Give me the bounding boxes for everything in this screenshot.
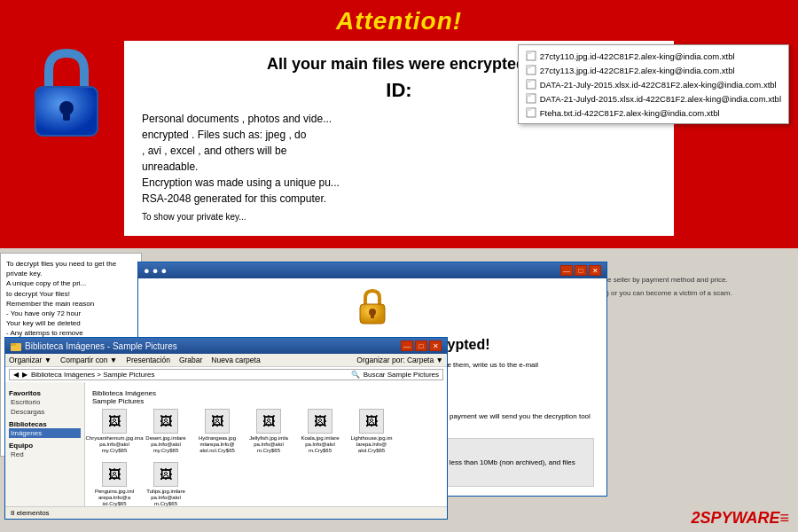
nav-forward-btn[interactable]: ▶ (22, 371, 27, 379)
explorer-close-btn[interactable]: ✕ (429, 340, 442, 351)
desert-label: Desert.jpg.imlarepa.lnfo@alolmy.Cry$65 (145, 435, 185, 455)
spyware-brand: SPYWARE (700, 509, 779, 527)
body-text: Personal documents , photos and vide... … (142, 111, 656, 207)
spyware-prefix: 2 (691, 509, 700, 527)
explorer-status-bar: 8 elementos (5, 506, 447, 519)
jellyfish-label: Jellyfish.jpg.imlapa.lnfo@alolm.Cry$65 (249, 435, 288, 455)
file-list-popup: 27cty110.jpg.id-422C81F2.alex-king@india… (518, 44, 789, 124)
tulips-icon: 🖼 (153, 462, 178, 487)
file-item-5: Fteha.txt.id-422C81F2.alex-king@india.co… (526, 106, 781, 120)
decrypt-lock-icon (355, 287, 390, 326)
file-name-3: DATA-21-July-2015.xlsx.id-422C81F2.alex-… (540, 80, 777, 90)
file-name-4: DATA-21-Julyd-2015.xlsx.id-422C81F2.alex… (540, 94, 781, 104)
svg-rect-4 (527, 51, 531, 54)
lighthouse-icon: 🖼 (359, 409, 384, 434)
file-count: 8 elementos (11, 509, 50, 517)
toolbar-share[interactable]: Compartir con ▼ (60, 356, 117, 364)
file-icon-3 (526, 79, 536, 90)
toolbar-burn[interactable]: Grabar (179, 356, 202, 364)
nav-red[interactable]: Red (9, 450, 81, 459)
file-name-2: 27cty113.jpg.id-422C81F2.alex-king@india… (540, 66, 735, 75)
tulips-label: Tulips.jpg.imlarepa.lnfo@alolm.Cry$65 (146, 489, 184, 508)
svg-rect-17 (11, 343, 16, 346)
penguins-label: Penguins.jpg.imlarepa.lnfo@aiol.Cry$65 (95, 489, 134, 508)
svg-rect-15 (371, 312, 374, 318)
file-tulips[interactable]: 🖼 Tulips.jpg.imlarepa.lnfo@alolm.Cry$65 (144, 462, 188, 508)
toolbar-presentation[interactable]: Presentación (126, 356, 170, 364)
file-icon-5 (526, 107, 536, 118)
main-ransomware-window: Attention! All your main files were encr… (0, 0, 798, 532)
explorer-content: Favoritos Escritorio Descargas Bibliotec… (5, 382, 447, 506)
svg-rect-6 (527, 66, 531, 68)
maximize-btn[interactable]: □ (575, 265, 587, 276)
svg-rect-10 (527, 94, 531, 97)
koala-icon: 🖼 (308, 409, 332, 434)
bottom-text-line1: ct the seller by payment method and pric… (594, 275, 789, 285)
favorites-section: Favoritos (9, 389, 81, 397)
explorer-title-text: Biblioteca Imágenes - Sample Pictures (25, 341, 399, 351)
folder-icon (11, 340, 21, 351)
address-search[interactable]: Buscar Sample Pictures (364, 371, 439, 379)
attention-header: Attention! (0, 0, 798, 41)
desert-icon: 🖼 (153, 409, 178, 434)
equipo-section: Equipo (9, 442, 81, 450)
file-item-4: DATA-21-Julyd-2015.xlsx.id-422C81F2.alex… (526, 91, 781, 106)
file-name-1: 27cty110.jpg.id-422C81F2.alex-king@india… (540, 51, 735, 61)
toolbar-organize[interactable]: Organizar ▼ (9, 356, 51, 364)
decrypt-window-title: ● ● ● (144, 265, 559, 276)
hydrangeas-label: Hydrangeas.jpgmlarepa.lnfo@alol.ncl.Cry$… (199, 435, 236, 455)
file-icon-2 (526, 65, 536, 75)
attention-text: Attention! (336, 7, 462, 35)
file-hydrangeas[interactable]: 🖼 Hydrangeas.jpgmlarepa.lnfo@alol.ncl.Cr… (195, 409, 239, 455)
chrysanthemum-icon: 🖼 (102, 409, 127, 434)
address-text[interactable]: Biblioteca Imágenes > Sample Pictures (31, 371, 348, 379)
files-grid: 🖼 Chrysanthemum.jpg.imapa.lnfo@alolmy.Cr… (92, 409, 440, 507)
jellyfish-icon: 🖼 (256, 409, 281, 434)
close-btn[interactable]: ✕ (589, 265, 601, 276)
file-penguins[interactable]: 🖼 Penguins.jpg.imlarepa.lnfo@aiol.Cry$65 (92, 462, 137, 508)
file-icon-1 (526, 51, 536, 61)
show-key-text: To show your private key... (142, 210, 656, 223)
nav-descargas[interactable]: Descargas (9, 407, 81, 417)
lock-icon-left (13, 35, 120, 151)
lighthouse-label: Lighthouse.jpg.imlarepa.lnfo@alol.Cry$65 (350, 435, 392, 455)
search-icon[interactable]: 🔍 (351, 371, 360, 379)
nav-imagenes[interactable]: Imágenes (9, 428, 81, 438)
minimize-btn[interactable]: — (560, 265, 573, 276)
file-jellyfish[interactable]: 🖼 Jellyfish.jpg.imlapa.lnfo@alolm.Cry$65 (246, 409, 291, 455)
encryption-label: Encryption (142, 176, 192, 189)
file-chrysanthemum[interactable]: 🖼 Chrysanthemum.jpg.imapa.lnfo@alolmy.Cr… (92, 409, 137, 455)
sidebar-nav: Favoritos Escritorio Descargas Bibliotec… (5, 382, 85, 506)
hydrangeas-icon: 🖼 (205, 409, 230, 434)
file-item-2: 27cty113.jpg.id-422C81F2.alex-king@india… (526, 63, 781, 77)
explorer-minimize-btn[interactable]: — (401, 340, 413, 351)
toolbar-new-folder[interactable]: Nueva carpeta (211, 356, 260, 364)
spyware-logo: 2SPYWARE≡ (691, 509, 789, 528)
spyware-suffix: ≡ (779, 509, 789, 527)
svg-rect-8 (527, 80, 531, 82)
explorer-title-bar: Biblioteca Imágenes - Sample Pictures — … (5, 338, 447, 354)
file-item-3: DATA-21-July-2015.xlsx.id-422C81F2.alex-… (526, 77, 781, 91)
path-label: Biblioteca ImágenesSample Pictures (92, 389, 440, 405)
decrypt-lock-area (151, 287, 594, 330)
explorer-maximize-btn[interactable]: □ (415, 340, 427, 351)
nav-escritorio[interactable]: Escritorio (9, 397, 81, 407)
bottom-text-area: ct the seller by payment method and pric… (594, 275, 789, 298)
svg-rect-12 (527, 108, 531, 111)
file-item-1: 27cty110.jpg.id-422C81F2.alex-king@india… (526, 49, 781, 63)
file-lighthouse[interactable]: 🖼 Lighthouse.jpg.imlarepa.lnfo@alol.Cry$… (349, 409, 394, 455)
explorer-window: Biblioteca Imágenes - Sample Pictures — … (4, 337, 448, 520)
penguins-icon: 🖼 (102, 462, 127, 487)
lock-icon (22, 44, 111, 142)
koala-label: Koala.jpg.imlarepa.lnfo@alolm.Cry$65 (301, 435, 339, 455)
address-bar: ◀ ▶ Biblioteca Imágenes > Sample Picture… (9, 369, 443, 380)
file-koala[interactable]: 🖼 Koala.jpg.imlarepa.lnfo@alolm.Cry$65 (298, 409, 342, 455)
organize-by[interactable]: Organizar por: Carpeta ▼ (356, 356, 443, 364)
bottom-text-line2: (our) or you can become a victim of a sc… (594, 288, 789, 298)
libraries-section: Bibliotecas (9, 420, 81, 428)
toolbar-spacer (270, 356, 348, 364)
file-icon-4 (526, 93, 536, 104)
file-desert[interactable]: 🖼 Desert.jpg.imlarepa.lnfo@alolmy.Cry$65 (144, 409, 188, 455)
chrysanthemum-label: Chrysanthemum.jpg.imapa.lnfo@alolmy.Cry$… (85, 435, 143, 455)
nav-back-btn[interactable]: ◀ (13, 371, 19, 379)
